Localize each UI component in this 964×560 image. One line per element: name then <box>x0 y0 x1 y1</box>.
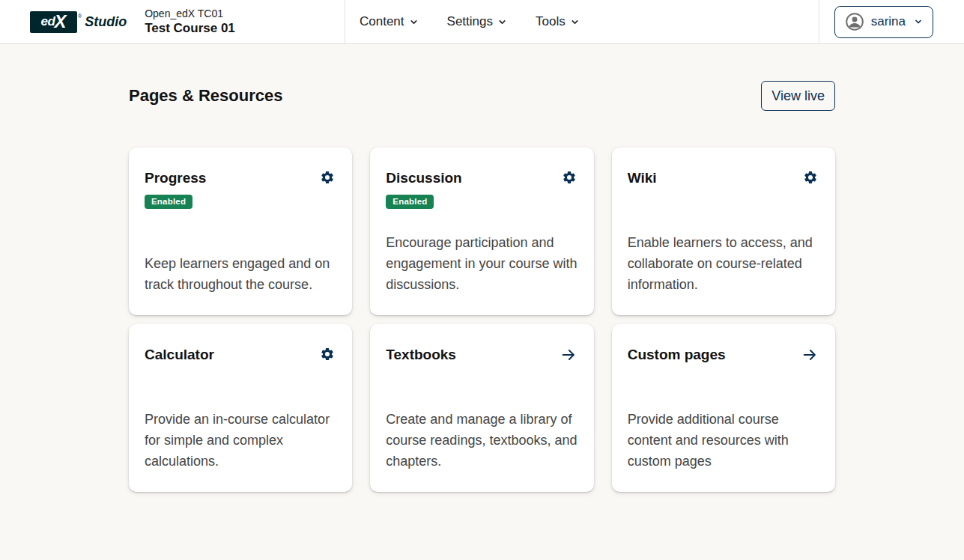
nav-content-label: Content <box>360 14 404 29</box>
gear-icon <box>320 170 335 187</box>
card-title-group: Calculator <box>145 347 214 363</box>
header-spacer <box>608 0 819 43</box>
card-discussion: Discussion Enabled Encourage participati… <box>370 147 593 315</box>
nav-settings-dropdown[interactable]: Settings <box>447 14 507 29</box>
edx-logo-box: edX <box>30 11 77 33</box>
arrow-right-icon <box>801 347 818 365</box>
nav-tools-label: Tools <box>536 14 566 29</box>
textbooks-open-button[interactable] <box>559 345 578 367</box>
edx-logo-x: X <box>54 13 66 31</box>
main-nav: Content Settings Tools <box>345 0 608 43</box>
card-title: Textbooks <box>386 347 456 363</box>
card-calculator: Calculator Provide an in-course calculat… <box>129 324 352 492</box>
card-header: Progress Enabled <box>145 170 336 209</box>
card-header: Discussion Enabled <box>386 170 578 209</box>
page-header: Pages & Resources View live <box>129 81 835 111</box>
user-menu-area: sarina <box>819 0 964 43</box>
nav-tools-dropdown[interactable]: Tools <box>536 14 580 29</box>
course-title: Test Course 01 <box>145 20 235 37</box>
card-title-group: Progress Enabled <box>145 170 206 209</box>
card-description: Provide an in-course calculator for simp… <box>145 409 336 472</box>
progress-settings-button[interactable] <box>318 168 336 189</box>
calculator-settings-button[interactable] <box>318 345 336 365</box>
card-textbooks: Textbooks Create and manage a library of… <box>370 324 593 492</box>
card-header: Textbooks <box>386 347 578 367</box>
card-wiki: Wiki Enable learners to access, and coll… <box>612 147 835 315</box>
course-info: Open_edX TC01 Test Course 01 <box>145 7 235 37</box>
registered-mark: ® <box>78 13 82 19</box>
chevron-down-icon <box>570 17 580 27</box>
card-title: Calculator <box>145 347 214 363</box>
edx-logo-ed: ed <box>41 14 55 29</box>
card-header: Calculator <box>145 347 336 365</box>
chevron-down-icon <box>497 17 507 27</box>
gear-icon <box>562 170 577 187</box>
nav-settings-label: Settings <box>447 14 493 29</box>
page-title: Pages & Resources <box>129 86 282 106</box>
chevron-down-icon <box>914 17 923 26</box>
discussion-settings-button[interactable] <box>560 168 578 189</box>
card-custom-pages: Custom pages Provide additional course c… <box>612 324 835 492</box>
card-title: Progress <box>145 170 206 186</box>
header-left-group: edX ® Studio Open_edX TC01 Test Course 0… <box>0 0 345 43</box>
arrow-right-icon <box>560 347 577 365</box>
card-header: Custom pages <box>628 347 819 367</box>
card-description: Provide additional course content and re… <box>628 409 819 472</box>
wiki-settings-button[interactable] <box>801 168 819 189</box>
card-title-group: Wiki <box>628 170 657 186</box>
card-title-group: Discussion Enabled <box>386 170 461 209</box>
card-progress: Progress Enabled Keep learners engaged a… <box>129 147 352 315</box>
edx-studio-logo[interactable]: edX ® Studio <box>30 11 127 33</box>
username-label: sarina <box>871 14 906 29</box>
card-header: Wiki <box>628 170 819 189</box>
status-badge: Enabled <box>386 195 434 209</box>
main-content: Pages & Resources View live Progress Ena… <box>129 81 835 492</box>
card-title-group: Custom pages <box>628 347 726 363</box>
header: edX ® Studio Open_edX TC01 Test Course 0… <box>0 0 964 44</box>
user-menu-button[interactable]: sarina <box>834 6 933 38</box>
card-description: Encourage participation and engagement i… <box>386 232 578 295</box>
nav-content-dropdown[interactable]: Content <box>360 14 419 29</box>
view-live-button[interactable]: View live <box>761 81 835 111</box>
studio-wordmark: Studio <box>85 14 127 30</box>
card-description: Create and manage a library of course re… <box>386 409 578 472</box>
course-org-number: Open_edX TC01 <box>145 7 235 20</box>
gear-icon <box>803 170 818 187</box>
card-title: Wiki <box>628 170 657 186</box>
card-title-group: Textbooks <box>386 347 456 363</box>
gear-icon <box>320 347 335 364</box>
custom-pages-open-button[interactable] <box>800 345 819 367</box>
card-title: Discussion <box>386 170 461 186</box>
status-badge: Enabled <box>145 195 193 209</box>
pages-resources-grid: Progress Enabled Keep learners engaged a… <box>129 147 835 492</box>
studio-pages-resources-screen: edX ® Studio Open_edX TC01 Test Course 0… <box>0 0 964 560</box>
card-description: Enable learners to access, and collabora… <box>628 232 819 295</box>
avatar-icon <box>845 12 864 31</box>
card-description: Keep learners engaged and on track throu… <box>145 253 336 295</box>
chevron-down-icon <box>409 17 419 27</box>
card-title: Custom pages <box>628 347 726 363</box>
